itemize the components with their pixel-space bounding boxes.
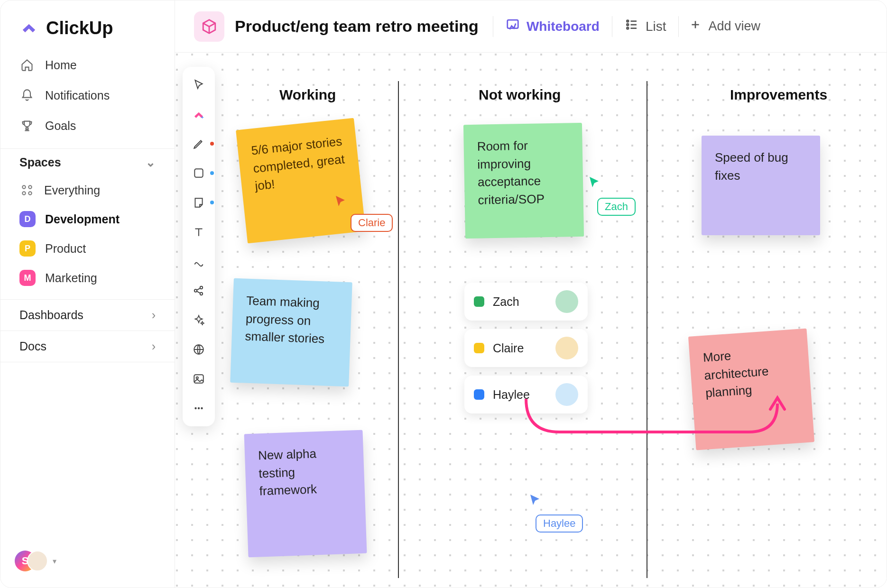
tab-whiteboard-label: Whiteboard — [527, 19, 600, 34]
cursor-icon — [334, 195, 348, 209]
svg-point-1 — [28, 185, 32, 189]
svg-rect-14 — [194, 375, 203, 383]
section-dashboards[interactable]: Dashboards › — [0, 299, 175, 331]
space-product-label: Product — [45, 242, 86, 256]
globe-tool[interactable] — [190, 341, 207, 358]
more-tool[interactable] — [190, 400, 207, 417]
user-avatar — [27, 551, 48, 571]
project-icon[interactable] — [194, 11, 224, 42]
share-tool[interactable] — [190, 282, 207, 299]
column-header-working: Working — [279, 87, 336, 103]
image-tool[interactable] — [190, 370, 207, 387]
sticky-note[interactable]: New alpha testing framework — [244, 430, 367, 558]
tab-list-label: List — [646, 19, 666, 34]
status-square — [474, 296, 484, 307]
nav-notifications-label: Notifications — [45, 89, 110, 102]
space-everything[interactable]: Everything — [0, 176, 175, 204]
plus-icon — [689, 18, 702, 34]
task-name: Claire — [493, 341, 524, 355]
space-development[interactable]: D Development — [0, 204, 175, 234]
svg-point-17 — [198, 407, 200, 409]
note-text: More architecture planning — [702, 349, 769, 400]
whiteboard-icon — [506, 18, 520, 35]
status-square — [474, 389, 484, 400]
sparkle-tool[interactable] — [190, 312, 207, 329]
sticky-note[interactable]: Room for improving acceptance criteria/S… — [463, 123, 584, 239]
cursor-label-clarie: Clarie — [351, 214, 393, 232]
user-menu[interactable]: S ▾ — [0, 534, 175, 588]
svg-text:+: + — [201, 114, 204, 120]
sticky-note[interactable]: More architecture planning — [688, 329, 814, 450]
nav-goals-label: Goals — [45, 119, 76, 133]
svg-point-15 — [196, 377, 198, 379]
sticky-note[interactable]: 5/6 major stories completed, great job! — [236, 118, 366, 244]
tab-list[interactable]: List — [623, 15, 668, 38]
home-icon — [19, 57, 35, 73]
column-divider — [647, 81, 647, 578]
nav-home[interactable]: Home — [0, 50, 175, 80]
text-tool[interactable] — [190, 223, 207, 240]
connector-tool[interactable] — [190, 253, 207, 270]
svg-point-0 — [22, 185, 26, 189]
add-view-button[interactable]: Add view — [689, 18, 760, 34]
chevron-right-icon: › — [152, 308, 156, 322]
chevron-right-icon: › — [152, 340, 156, 353]
status-square — [474, 343, 484, 353]
task-card[interactable]: Zach — [464, 283, 588, 321]
dashboards-label: Dashboards — [19, 308, 83, 322]
space-marketing[interactable]: M Marketing — [0, 263, 175, 293]
nav-goals[interactable]: Goals — [0, 110, 175, 141]
sticky-note[interactable]: Speed of bug fixes — [702, 136, 820, 235]
column-divider — [398, 81, 399, 578]
column-header-improvements: Improvements — [730, 87, 827, 103]
svg-point-5 — [627, 20, 628, 22]
avatar — [555, 383, 578, 406]
separator — [612, 16, 612, 37]
clickup-ai-tool[interactable]: + — [190, 106, 207, 123]
chevron-down-icon: ⌄ — [146, 156, 156, 169]
whiteboard-canvas[interactable]: + Working Not working Improvements 5/6 m… — [175, 53, 887, 588]
cursor-icon — [588, 176, 602, 190]
note-text: 5/6 major stories completed, great job! — [250, 134, 345, 193]
space-everything-label: Everything — [44, 184, 100, 197]
list-icon — [625, 18, 639, 35]
brand-row: ClickUp — [0, 0, 175, 50]
svg-point-6 — [627, 24, 628, 26]
pen-tool[interactable] — [190, 135, 207, 152]
svg-point-2 — [22, 192, 26, 195]
cursor-label-zach: Zach — [597, 198, 636, 216]
task-name: Haylee — [493, 388, 530, 402]
sticky-tool[interactable] — [190, 194, 207, 211]
brand-label: ClickUp — [46, 18, 113, 38]
note-text: Speed of bug fixes — [715, 150, 788, 183]
shape-tool[interactable] — [190, 165, 207, 182]
column-header-not-working: Not working — [479, 87, 561, 103]
avatar — [555, 290, 578, 313]
task-card-stack: Zach Claire Haylee — [464, 283, 588, 413]
svg-point-18 — [201, 407, 203, 409]
bell-icon — [19, 88, 35, 103]
separator — [678, 16, 679, 37]
nav-home-label: Home — [45, 58, 77, 72]
space-product[interactable]: P Product — [0, 234, 175, 263]
topbar: Product/eng team retro meeting Whiteboar… — [175, 0, 887, 53]
spaces-header[interactable]: Spaces ⌄ — [0, 148, 175, 176]
cursor-icon — [528, 494, 543, 508]
svg-point-7 — [627, 28, 628, 29]
svg-point-16 — [194, 407, 196, 409]
docs-label: Docs — [19, 340, 46, 353]
section-docs[interactable]: Docs › — [0, 331, 175, 362]
nav-notifications[interactable]: Notifications — [0, 80, 175, 110]
space-marketing-label: Marketing — [45, 271, 97, 285]
cursor-label-haylee: Haylee — [536, 514, 583, 533]
whiteboard-toolbar: + — [183, 67, 215, 426]
task-card[interactable]: Claire — [464, 329, 588, 367]
task-card[interactable]: Haylee — [464, 376, 588, 413]
task-name: Zach — [493, 295, 519, 309]
sticky-note[interactable]: Team making progress on smaller stories — [230, 278, 352, 387]
avatar — [555, 337, 578, 359]
caret-down-icon: ▾ — [53, 557, 56, 566]
separator — [493, 16, 493, 37]
tab-whiteboard[interactable]: Whiteboard — [504, 15, 601, 38]
cursor-tool[interactable] — [190, 76, 207, 93]
